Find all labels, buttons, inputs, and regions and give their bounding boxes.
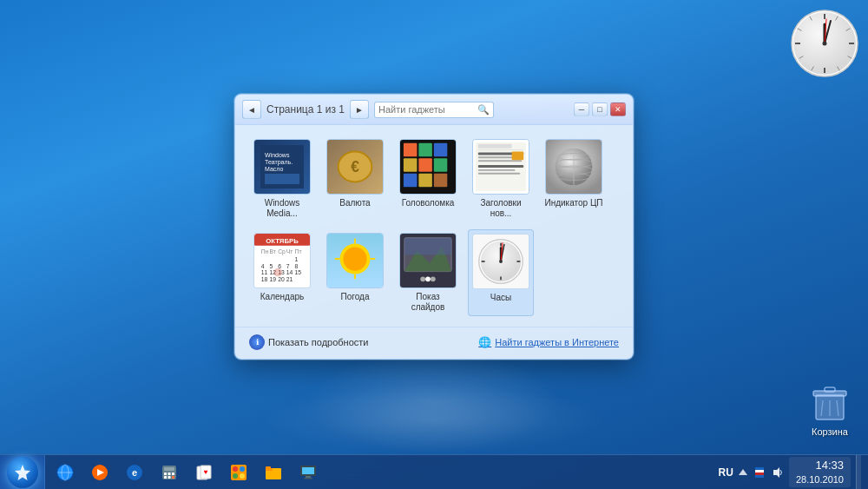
svg-rect-34: [418, 174, 432, 188]
svg-text:5: 5: [269, 263, 273, 269]
svg-rect-29: [434, 143, 448, 157]
svg-rect-44: [478, 169, 516, 171]
show-details-button[interactable]: ℹ Показать подробности: [249, 334, 368, 350]
recycle-bin[interactable]: Корзина: [809, 380, 851, 437]
gadget-label-cpu: Индикатор ЦП: [544, 198, 602, 208]
gadgets-grid-container: Windows Театраль. Масло Windows Media...: [235, 125, 633, 327]
svg-rect-124: [168, 476, 171, 479]
system-clock[interactable]: 14:33 28.10.2010: [789, 457, 851, 487]
svg-rect-121: [168, 472, 171, 475]
taskbar-icon-ie[interactable]: e: [118, 456, 151, 489]
search-input[interactable]: [378, 104, 474, 115]
svg-text:15: 15: [295, 269, 302, 275]
taskbar-icon-cards[interactable]: ♥: [187, 456, 220, 489]
gadget-gallery-window: ◄ Страница 1 из 1 ► 🔍 ─ □ ✕ Win: [234, 94, 634, 360]
taskbar-icon-media[interactable]: [83, 456, 116, 489]
show-details-icon: ℹ: [249, 334, 265, 350]
svg-marker-141: [739, 469, 747, 475]
svg-rect-136: [266, 466, 271, 470]
nav-next-button[interactable]: ►: [350, 100, 369, 119]
gadget-label-puzzle: Головоломка: [402, 198, 455, 208]
online-link-label: Найти гаджеты в Интернете: [495, 337, 619, 347]
svg-point-104: [499, 260, 503, 263]
gadget-label-clock: Часы: [490, 293, 511, 303]
svg-rect-42: [478, 160, 522, 162]
svg-text:20: 20: [278, 276, 285, 282]
gadget-thumb-headlines: [472, 139, 529, 195]
show-desktop-button[interactable]: [856, 455, 861, 490]
window-controls: ─ □ ✕: [574, 102, 626, 116]
show-details-label: Показать подробности: [268, 337, 368, 347]
gadget-thumb-slideshow: [399, 233, 457, 288]
gadget-item-cpu[interactable]: Индикатор ЦП: [541, 135, 607, 222]
clock-time: 14:33: [796, 459, 844, 473]
svg-text:ОКТЯБРЬ: ОКТЯБРЬ: [266, 237, 299, 245]
window-titlebar: ◄ Страница 1 из 1 ► 🔍 ─ □ ✕: [235, 95, 633, 125]
svg-point-130: [233, 466, 238, 472]
gadget-thumb-weather: [326, 233, 384, 288]
taskbar-icon-display[interactable]: [292, 456, 325, 489]
taskbar-icon-explorer[interactable]: [257, 456, 290, 489]
svg-text:Windows: Windows: [265, 152, 290, 158]
svg-text:♥: ♥: [204, 468, 208, 476]
close-button[interactable]: ✕: [610, 102, 626, 116]
svg-text:19: 19: [269, 276, 276, 282]
gadget-thumb-puzzle: [399, 139, 457, 195]
svg-rect-144: [755, 472, 764, 475]
gadget-item-headlines[interactable]: Заголовки нов...: [468, 135, 534, 222]
search-icon: 🔍: [477, 104, 490, 116]
svg-text:6: 6: [278, 263, 281, 269]
tray-icons: RU: [719, 466, 784, 479]
start-button[interactable]: [0, 455, 45, 490]
taskbar-icon-paint[interactable]: [222, 456, 255, 489]
taskbar-tray: RU 14:33 28.10.2010: [712, 455, 868, 490]
gadgets-grid: Windows Театраль. Масло Windows Media...: [249, 135, 619, 316]
gadget-item-weather[interactable]: Погода: [322, 229, 388, 316]
analog-clock-widget[interactable]: [790, 9, 859, 78]
svg-point-132: [233, 473, 238, 479]
tray-volume-icon[interactable]: [770, 466, 784, 479]
svg-rect-33: [404, 174, 418, 188]
svg-rect-119: [164, 467, 174, 471]
svg-text:Пт: Пт: [295, 248, 302, 254]
tray-language[interactable]: RU: [719, 466, 733, 479]
taskbar-icon-calc[interactable]: [153, 456, 186, 489]
start-orb: [7, 457, 38, 488]
svg-text:€: €: [351, 158, 359, 175]
gadget-item-calendar[interactable]: ОКТЯБРЬ Пн Вт Ср Чт Пт 1 4 5 6 7: [249, 229, 315, 316]
tray-arrow-up-icon[interactable]: [737, 466, 749, 479]
gadget-item-windows-media[interactable]: Windows Театраль. Масло Windows Media...: [249, 135, 315, 222]
svg-text:Вт: Вт: [269, 248, 275, 254]
svg-point-81: [343, 247, 366, 270]
svg-text:7: 7: [286, 263, 290, 269]
svg-rect-22: [265, 174, 299, 184]
svg-rect-46: [512, 152, 524, 161]
gadget-item-puzzle[interactable]: Головоломка: [395, 135, 461, 222]
titlebar-left: ◄ Страница 1 из 1 ► 🔍: [242, 100, 494, 119]
maximize-button[interactable]: □: [592, 102, 608, 116]
gadget-label-headlines: Заголовки нов...: [471, 198, 530, 219]
gadget-item-slideshow[interactable]: Показ слайдов: [395, 229, 461, 316]
recycle-bin-icon: [809, 380, 851, 425]
svg-rect-45: [478, 173, 520, 175]
svg-rect-122: [172, 472, 174, 475]
taskbar-icon-browser[interactable]: [49, 456, 82, 489]
svg-rect-140: [304, 478, 312, 479]
gadget-item-currency[interactable]: € Валюта: [322, 135, 388, 222]
nav-prev-button[interactable]: ◄: [242, 100, 261, 119]
svg-rect-31: [418, 158, 432, 172]
gadget-item-clock[interactable]: Часы: [468, 229, 534, 316]
svg-rect-139: [306, 476, 311, 478]
svg-point-92: [425, 276, 431, 281]
svg-rect-39: [478, 144, 512, 149]
gadget-label-windows-media: Windows Media...: [253, 198, 312, 219]
minimize-button[interactable]: ─: [574, 102, 589, 116]
online-gadgets-link[interactable]: 🌐 Найти гаджеты в Интернете: [478, 336, 619, 348]
svg-rect-32: [434, 158, 448, 172]
svg-text:1: 1: [295, 256, 299, 262]
gadget-label-calendar: Календарь: [260, 292, 304, 302]
svg-text:Пн: Пн: [261, 248, 269, 254]
svg-rect-28: [418, 143, 432, 157]
gadget-label-weather: Погода: [341, 292, 370, 302]
svg-rect-27: [404, 143, 418, 157]
